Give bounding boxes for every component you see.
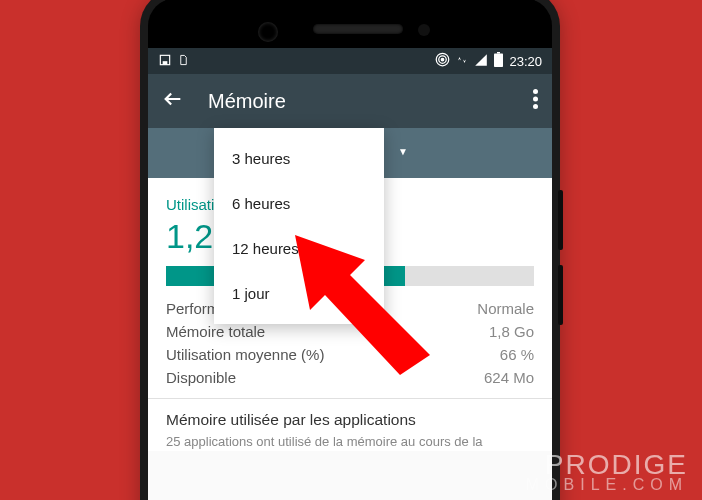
- row-total: Mémoire totale 1,8 Go: [166, 323, 534, 340]
- label-total: Mémoire totale: [166, 323, 265, 340]
- dropdown-caret-icon[interactable]: ▼: [398, 146, 408, 157]
- data-icon: [456, 53, 468, 70]
- value-avg-pct: 66 %: [500, 346, 534, 363]
- value-available: 624 Mo: [484, 369, 534, 386]
- sensor: [418, 24, 430, 36]
- row-available: Disponible 624 Mo: [166, 369, 534, 386]
- svg-point-8: [533, 97, 538, 102]
- apps-memory-section[interactable]: Mémoire utilisée par les applications 25…: [166, 411, 534, 451]
- value-performance: Normale: [477, 300, 534, 317]
- svg-rect-5: [494, 54, 503, 68]
- screenshot-icon: [158, 53, 172, 70]
- svg-point-9: [533, 104, 538, 109]
- page-title: Mémoire: [208, 90, 509, 113]
- apps-section-title: Mémoire utilisée par les applications: [166, 411, 534, 429]
- row-avg-pct: Utilisation moyenne (%) 66 %: [166, 346, 534, 363]
- menu-item-3h[interactable]: 3 heures: [214, 136, 384, 181]
- label-available: Disponible: [166, 369, 236, 386]
- hotspot-icon: [435, 52, 450, 70]
- value-total: 1,8 Go: [489, 323, 534, 340]
- menu-item-1d[interactable]: 1 jour: [214, 271, 384, 316]
- svg-point-2: [442, 58, 445, 61]
- menu-item-6h[interactable]: 6 heures: [214, 181, 384, 226]
- volume-down-button: [558, 265, 563, 325]
- sim-icon: [178, 53, 189, 70]
- clock: 23:20: [509, 54, 542, 69]
- phone-frame: 23:20 Mémoire ▼ 3 heures: [140, 0, 560, 500]
- svg-rect-1: [163, 61, 168, 64]
- menu-item-12h[interactable]: 12 heures: [214, 226, 384, 271]
- apps-section-subtitle: 25 applications ont utilisé de la mémoir…: [166, 433, 534, 451]
- speaker-grille: [313, 24, 403, 34]
- volume-up-button: [558, 190, 563, 250]
- battery-icon: [494, 52, 503, 70]
- app-bar: Mémoire: [148, 74, 552, 128]
- time-range-bar: ▼ 3 heures 6 heures 12 heures 1 jour: [148, 128, 552, 178]
- screen: 23:20 Mémoire ▼ 3 heures: [148, 48, 552, 500]
- more-icon[interactable]: [533, 89, 538, 113]
- watermark: PRODIGE MOBILE.COM: [526, 452, 688, 492]
- svg-rect-6: [497, 52, 500, 54]
- label-avg-pct: Utilisation moyenne (%): [166, 346, 324, 363]
- time-range-menu: 3 heures 6 heures 12 heures 1 jour: [214, 128, 384, 324]
- status-bar: 23:20: [148, 48, 552, 74]
- divider: [148, 398, 552, 399]
- signal-icon: [474, 53, 488, 70]
- front-camera: [258, 22, 278, 42]
- svg-point-7: [533, 89, 538, 94]
- back-icon[interactable]: [162, 88, 184, 114]
- watermark-sub: MOBILE.COM: [526, 478, 688, 492]
